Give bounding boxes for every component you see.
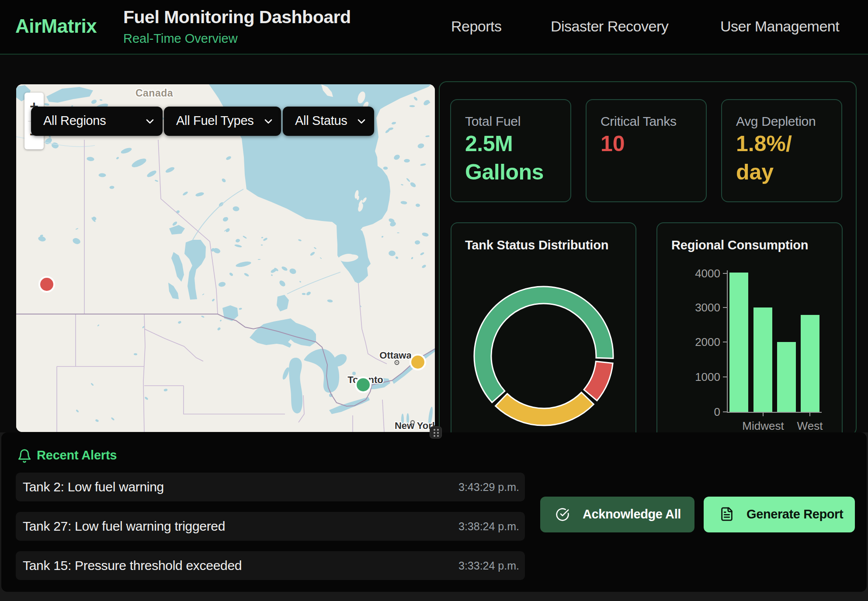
svg-text:0: 0 (714, 405, 720, 418)
svg-text:West: West (797, 419, 823, 432)
svg-text:New York: New York (395, 420, 435, 431)
svg-text:3000: 3000 (695, 301, 720, 314)
svg-text:4000: 4000 (695, 267, 720, 280)
svg-text:2000: 2000 (695, 335, 720, 349)
svg-text:1000: 1000 (695, 370, 720, 383)
svg-text:Midwest: Midwest (742, 419, 784, 432)
svg-text:Canada: Canada (135, 87, 173, 99)
svg-text:Ottawa: Ottawa (379, 350, 412, 361)
